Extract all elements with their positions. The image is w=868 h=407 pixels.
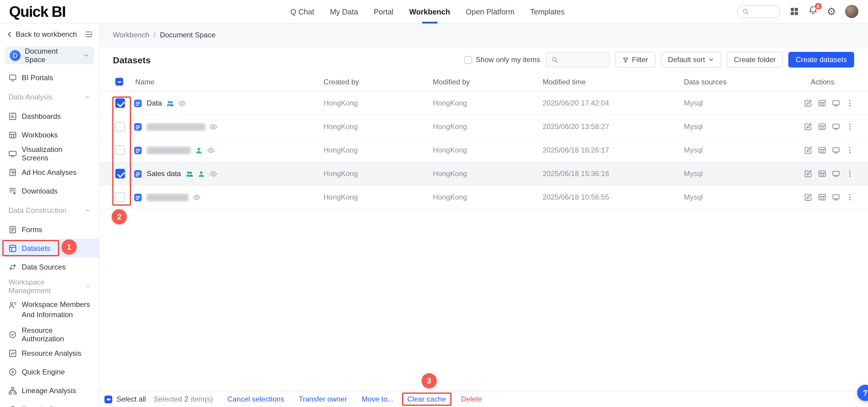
clear-cache-link[interactable]: Clear cache <box>407 395 446 403</box>
nav-portal[interactable]: Portal <box>366 0 401 24</box>
modified-time: 2025/06/18 15:36:16 <box>542 169 684 178</box>
sidebar-item-recycle-bin[interactable]: Recycle Bin <box>0 400 99 407</box>
edit-icon[interactable] <box>804 99 812 107</box>
show-only-checkbox[interactable] <box>464 56 472 64</box>
row-checkbox[interactable] <box>115 169 125 178</box>
nav-templates[interactable]: Templates <box>522 0 572 24</box>
nav-open-platform[interactable]: Open Platform <box>458 0 522 24</box>
redacted-name <box>147 193 188 201</box>
workspace-selector[interactable]: D Document Space <box>5 46 94 65</box>
edit-icon[interactable] <box>804 123 812 131</box>
table-view-icon[interactable] <box>818 99 826 107</box>
transfer-owner-link[interactable]: Transfer owner <box>299 395 347 403</box>
modified-time: 2025/06/18 16:26:17 <box>542 146 684 155</box>
table-view-icon[interactable] <box>818 193 826 201</box>
dashboard-create-icon[interactable] <box>832 99 840 107</box>
sidebar-item-workbooks[interactable]: Workbooks <box>0 126 99 144</box>
sidebar-item-bi-portals[interactable]: BI Portals <box>0 68 99 87</box>
sidebar-item-quick-engine[interactable]: Quick Engine <box>0 362 99 381</box>
create-folder-button[interactable]: Create folder <box>727 52 783 68</box>
sidebar-item-visualization-screens[interactable]: Visualization Screens <box>0 144 99 163</box>
more-actions-icon[interactable] <box>846 99 854 107</box>
collapse-sidebar-icon[interactable] <box>85 30 93 39</box>
table-view-icon[interactable] <box>818 146 826 155</box>
more-actions-icon[interactable] <box>846 193 854 201</box>
sidebar-section-data-analysis[interactable]: Data Analysis <box>0 87 99 107</box>
breadcrumb-workbench[interactable]: Workbench <box>113 31 149 39</box>
dashboard-create-icon[interactable] <box>832 123 840 131</box>
table-view-icon[interactable] <box>818 169 826 178</box>
apps-grid-icon[interactable] <box>789 7 799 16</box>
more-actions-icon[interactable] <box>846 169 854 178</box>
sidebar-item-resource-authorization[interactable]: Resource Authorization <box>0 325 99 344</box>
global-search-input[interactable] <box>737 5 780 18</box>
dataset-name[interactable]: Sales data <box>147 169 181 178</box>
dataset-icon <box>133 122 143 131</box>
cancel-selections-link[interactable]: Cancel selections <box>227 395 284 403</box>
sidebar-item-datasets[interactable]: Datasets 1 <box>0 239 99 258</box>
collaborator-icon <box>195 146 203 154</box>
modified-by: HongKong <box>433 123 542 131</box>
dashboard-icon <box>8 112 17 120</box>
dashboard-create-icon[interactable] <box>832 169 840 178</box>
nav-my-data[interactable]: My Data <box>322 0 366 24</box>
nav-q-chat[interactable]: Q Chat <box>282 0 322 24</box>
sort-dropdown[interactable]: Default sort <box>661 52 721 68</box>
sidebar-item-downloads[interactable]: Downloads <box>0 181 99 200</box>
more-actions-icon[interactable] <box>846 146 854 155</box>
row-checkbox[interactable] <box>115 98 125 108</box>
create-datasets-button[interactable]: Create datasets <box>788 52 854 68</box>
delete-link[interactable]: Delete <box>461 395 482 403</box>
move-to-link[interactable]: Move to... <box>362 395 393 403</box>
chevron-down-icon <box>83 53 89 59</box>
edit-icon[interactable] <box>804 193 812 201</box>
filter-button[interactable]: Filter <box>615 52 655 68</box>
search-input[interactable] <box>546 52 610 68</box>
sidebar-item-lineage-analysis[interactable]: Lineage Analysis <box>0 381 99 400</box>
datasource-icon <box>8 263 17 271</box>
sidebar-section-data-construction[interactable]: Data Construction <box>0 200 99 220</box>
sidebar-item-ad-hoc-analyses[interactable]: Ad Hoc Analyses <box>0 163 99 181</box>
modified-time: 2025/06/18 10:56:55 <box>542 193 684 201</box>
breadcrumb-document-space[interactable]: Document Space <box>160 31 216 39</box>
sidebar-item-data-sources[interactable]: Data Sources <box>0 258 99 276</box>
dataset-name[interactable]: Data <box>147 99 162 107</box>
form-icon <box>8 225 17 234</box>
col-header-actions: Actions <box>803 77 868 86</box>
workspace-avatar: D <box>10 50 21 61</box>
sidebar-item-resource-analysis[interactable]: Resource Analysis <box>0 344 99 362</box>
more-actions-icon[interactable] <box>846 123 854 131</box>
recycle-icon <box>8 405 17 407</box>
search-icon <box>551 56 558 63</box>
user-avatar[interactable] <box>845 5 858 18</box>
sidebar-item-forms[interactable]: Forms <box>0 220 99 239</box>
show-only-my-items[interactable]: Show only my items <box>464 56 540 64</box>
sidebar-item-dashboards[interactable]: Dashboards <box>0 107 99 126</box>
table-view-icon[interactable] <box>818 123 826 131</box>
data-source: Mysql <box>684 146 803 155</box>
select-all-checkbox[interactable] <box>115 78 123 86</box>
sidebar-item-workspace-members[interactable]: Workspace Members And Information <box>0 296 99 325</box>
edit-icon[interactable] <box>804 169 812 178</box>
dashboard-create-icon[interactable] <box>832 146 840 155</box>
edit-icon[interactable] <box>804 146 812 155</box>
created-by: HongKong <box>323 193 433 201</box>
row-checkbox[interactable] <box>115 122 125 131</box>
select-all-checkbox-footer[interactable] <box>104 395 112 403</box>
notifications-button[interactable]: 8 <box>808 5 818 18</box>
dataset-icon <box>133 169 143 178</box>
nav-workbench[interactable]: Workbench <box>401 0 458 24</box>
row-checkbox[interactable] <box>115 145 125 155</box>
dashboard-create-icon[interactable] <box>832 193 840 201</box>
breadcrumb: Workbench / Document Space <box>100 24 868 47</box>
select-all-label[interactable]: Select all <box>117 395 146 403</box>
table-row: HongKong HongKong 2025/06/18 16:26:17 My… <box>100 139 868 162</box>
quick-bi-logo[interactable]: Quick BI <box>9 3 65 20</box>
navbar-right-cluster: 8 ⚙ <box>737 5 859 18</box>
back-to-workbench[interactable]: Back to workbench <box>0 24 99 45</box>
selected-count: 2 <box>184 395 188 403</box>
settings-gear-icon[interactable]: ⚙ <box>827 6 836 16</box>
col-header-data-sources: Data sources <box>684 77 803 86</box>
row-checkbox[interactable] <box>115 192 125 202</box>
sidebar-section-workspace-management[interactable]: Workspace Management <box>0 276 99 296</box>
